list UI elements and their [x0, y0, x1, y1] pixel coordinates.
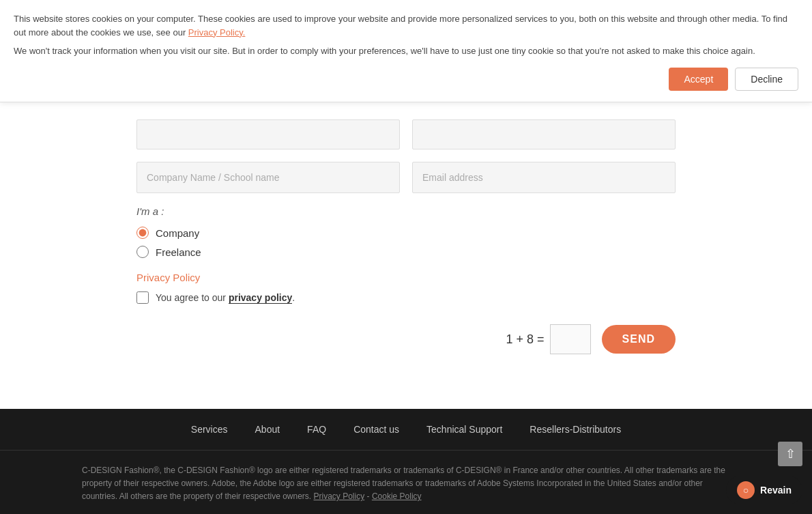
top-input-row: [136, 119, 676, 149]
footer-legal: C-DESIGN Fashion®, the C-DESIGN Fashion®…: [0, 451, 812, 514]
main-content: I'm a : Company Freelance Privacy Policy…: [0, 119, 812, 382]
privacy-policy-form-link[interactable]: privacy policy: [229, 292, 292, 304]
top-input-left: [136, 119, 400, 149]
email-input[interactable]: [412, 162, 676, 193]
cookie-buttons: Accept Decline: [14, 68, 798, 91]
send-button[interactable]: SEND: [602, 325, 676, 354]
radio-freelance-label: Freelance: [156, 246, 201, 258]
revain-badge[interactable]: ○ Revain: [726, 476, 802, 504]
privacy-title: Privacy Policy: [136, 272, 676, 283]
footer-privacy-link[interactable]: Privacy Policy: [314, 491, 365, 501]
company-name-input[interactable]: [136, 162, 400, 193]
radio-freelance[interactable]: Freelance: [136, 246, 676, 258]
checkbox-row: You agree to our privacy policy.: [136, 291, 676, 304]
footer-nav: Services About FAQ Contact us Technical …: [0, 409, 812, 451]
decline-button[interactable]: Decline: [735, 68, 798, 91]
captcha-math: 1 + 8 =: [506, 324, 590, 354]
captcha-row: 1 + 8 = SEND: [136, 324, 676, 354]
ima-label: I'm a :: [136, 205, 676, 217]
footer: Services About FAQ Contact us Technical …: [0, 409, 812, 514]
radio-company-input[interactable]: [136, 227, 149, 239]
top-input-right: [412, 119, 676, 149]
radio-company[interactable]: Company: [136, 227, 676, 239]
cookie-text-1: This website stores cookies on your comp…: [14, 12, 798, 39]
scroll-top-button[interactable]: ⇧: [778, 442, 802, 466]
radio-company-label: Company: [156, 227, 199, 239]
accept-button[interactable]: Accept: [669, 68, 728, 91]
revain-label: Revain: [760, 485, 792, 496]
cookie-banner: This website stores cookies on your comp…: [0, 0, 812, 102]
company-email-row: [136, 162, 676, 193]
footer-nav-services[interactable]: Services: [191, 424, 228, 435]
ima-section: I'm a : Company Freelance: [136, 205, 676, 258]
footer-nav-resellers[interactable]: Resellers-Distributors: [530, 424, 621, 435]
footer-cookie-link[interactable]: Cookie Policy: [372, 491, 422, 501]
privacy-section: Privacy Policy You agree to our privacy …: [136, 272, 676, 304]
footer-nav-technical-support[interactable]: Technical Support: [426, 424, 502, 435]
radio-freelance-input[interactable]: [136, 246, 149, 258]
captcha-equation: 1 + 8 =: [506, 332, 544, 347]
revain-icon: ○: [737, 481, 755, 499]
captcha-input[interactable]: [550, 324, 591, 354]
footer-nav-contact[interactable]: Contact us: [353, 424, 399, 435]
radio-group: Company Freelance: [136, 227, 676, 258]
footer-nav-faq[interactable]: FAQ: [307, 424, 326, 435]
privacy-checkbox[interactable]: [136, 291, 149, 304]
cookie-text-2: We won't track your information when you…: [14, 44, 798, 58]
checkbox-label: You agree to our privacy policy.: [156, 292, 295, 303]
footer-nav-about[interactable]: About: [255, 424, 280, 435]
privacy-policy-link[interactable]: Privacy Policy.: [188, 27, 246, 38]
